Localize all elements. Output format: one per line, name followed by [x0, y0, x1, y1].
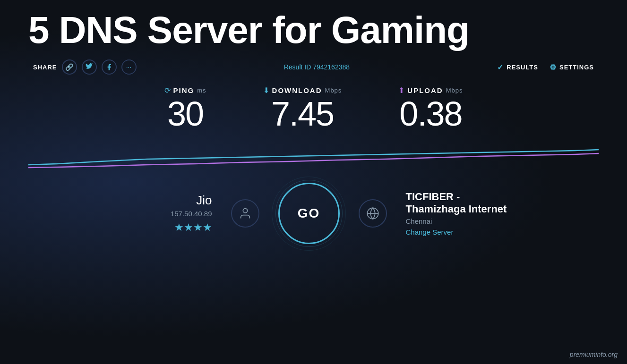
result-id-value: 7942162388	[313, 63, 350, 71]
settings-icon: ⚙	[550, 63, 557, 72]
server-city: Chennai	[406, 217, 510, 225]
ping-value: 30	[164, 97, 206, 131]
server-name: TICFIBER -Thamizhaga Internet	[406, 191, 510, 216]
ping-icon: ⟳	[164, 86, 171, 95]
stats-section: ⟳ PING ms 30 ⬇ DOWNLOAD Mbps 7.45 ⬆ UPLO…	[28, 86, 599, 131]
download-stat: ⬇ DOWNLOAD Mbps 7.45	[263, 86, 342, 131]
isp-name: Jio	[118, 193, 212, 208]
download-value: 7.45	[263, 97, 342, 131]
results-nav[interactable]: ✓ RESULTS	[497, 63, 538, 72]
isp-ip: 157.50.40.89	[118, 210, 212, 218]
bottom-section: Jio 157.50.40.89 ★★★★ GO TICFIBER -Tham	[28, 183, 599, 244]
ping-stat: ⟳ PING ms 30	[164, 86, 206, 131]
ping-label-row: ⟳ PING ms	[164, 86, 206, 95]
ping-label: PING	[173, 86, 195, 94]
main-container: 5 DNS Server for Gaming SHARE 🔗 ··· Resu…	[0, 0, 627, 364]
settings-label: SETTINGS	[559, 64, 594, 71]
top-bar: SHARE 🔗 ··· Result ID 7942162388 ✓	[28, 59, 599, 75]
nav-section: ✓ RESULTS ⚙ SETTINGS	[497, 63, 594, 72]
download-icon: ⬇	[263, 86, 269, 95]
link-share-icon[interactable]: 🔗	[62, 59, 77, 75]
results-icon: ✓	[497, 63, 504, 72]
upload-unit: Mbps	[446, 87, 463, 94]
page-title: 5 DNS Server for Gaming	[28, 0, 599, 51]
share-label: SHARE	[33, 64, 57, 71]
more-share-icon[interactable]: ···	[121, 59, 137, 75]
upload-icon: ⬆	[398, 86, 404, 95]
settings-nav[interactable]: ⚙ SETTINGS	[550, 63, 594, 72]
go-button[interactable]: GO	[278, 183, 340, 244]
isp-rating: ★★★★	[118, 221, 212, 234]
change-server-link[interactable]: Change Server	[406, 228, 510, 236]
globe-icon	[359, 199, 387, 228]
result-id-section: Result ID 7942162388	[284, 63, 350, 71]
isp-info: Jio 157.50.40.89 ★★★★	[118, 193, 212, 234]
facebook-share-icon[interactable]	[102, 59, 117, 75]
svg-point-0	[243, 209, 247, 213]
upload-label: UPLOAD	[407, 86, 443, 94]
go-button-label: GO	[298, 206, 320, 221]
results-label: RESULTS	[507, 64, 538, 71]
user-icon	[231, 199, 259, 228]
upload-stat: ⬆ UPLOAD Mbps 0.38	[398, 86, 463, 131]
ping-unit: ms	[197, 87, 206, 94]
download-label-row: ⬇ DOWNLOAD Mbps	[263, 86, 342, 95]
download-label: DOWNLOAD	[272, 86, 322, 94]
download-unit: Mbps	[325, 87, 342, 94]
twitter-share-icon[interactable]	[82, 59, 97, 75]
share-section: SHARE 🔗 ···	[33, 59, 137, 75]
speed-graph	[28, 135, 599, 173]
upload-label-row: ⬆ UPLOAD Mbps	[398, 86, 463, 95]
result-id-label: Result ID	[284, 63, 311, 71]
upload-value: 0.38	[398, 97, 463, 131]
server-info: TICFIBER -Thamizhaga Internet Chennai Ch…	[406, 191, 510, 237]
